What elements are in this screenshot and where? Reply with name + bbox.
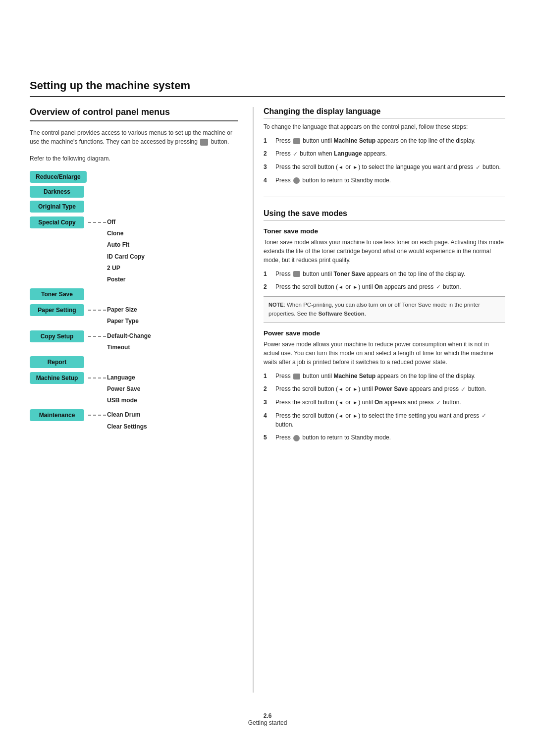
submenu-id-card-copy: ID Card Copy bbox=[107, 251, 145, 263]
menu-item-machine-setup: Machine Setup bbox=[30, 372, 84, 384]
menu-item-maintenance: Maintenance bbox=[30, 409, 84, 421]
submenu-clean-drum: Clean Drum bbox=[107, 409, 147, 421]
power-step-text-1: Press button until Machine Setup appears… bbox=[275, 372, 476, 380]
stop-icon-ps5 bbox=[293, 435, 300, 441]
section-save-modes: Using the save modes Toner save mode Ton… bbox=[264, 209, 505, 454]
power-step-text-4: Press the scroll button (◄ or ►) to sele… bbox=[275, 411, 505, 430]
page-number: 2.6 bbox=[264, 712, 272, 719]
power-step-2: 2 Press the scroll button (◄ or ►) until… bbox=[264, 384, 505, 394]
changing-language-steps: 1 Press button until Machine Setup appea… bbox=[264, 136, 505, 185]
power-step-4: 4 Press the scroll button (◄ or ►) to se… bbox=[264, 411, 505, 430]
menu-diagram: Reduce/Enlarge Darkness Original Type Sp… bbox=[30, 171, 238, 432]
power-step-num-1: 1 bbox=[264, 372, 271, 380]
power-step-num-4: 4 bbox=[264, 411, 271, 430]
note-label: Note bbox=[268, 302, 284, 308]
toner-step-text-2: Press the scroll button (◄ or ►) until O… bbox=[275, 282, 461, 292]
arrow-right-s3: ► bbox=[353, 163, 358, 171]
page: Setting up the machine system Overview o… bbox=[0, 0, 535, 756]
menu-row-darkness: Darkness bbox=[30, 186, 238, 199]
submenu-clear-settings: Clear Settings bbox=[107, 421, 147, 432]
menu-icon-s1 bbox=[293, 138, 300, 144]
submenu-connector-machine: Language Power Save USB mode bbox=[88, 372, 140, 407]
menu-item-darkness: Darkness bbox=[30, 186, 84, 198]
section-changing-language: Changing the display language To change … bbox=[264, 107, 505, 197]
check-icon-s2: ✓ bbox=[293, 150, 298, 159]
menu-row-reduce-enlarge: Reduce/Enlarge bbox=[30, 171, 238, 184]
submenu-usb-mode: USB mode bbox=[107, 395, 140, 406]
arrow-left-ps2: ◄ bbox=[338, 385, 343, 393]
toner-step-text-1: Press button until Toner Save appears on… bbox=[275, 270, 465, 278]
step-text-2: Press ✓ button when Language appears. bbox=[275, 149, 387, 159]
submenu-poster: Poster bbox=[107, 274, 145, 285]
step-num-1: 1 bbox=[264, 136, 271, 145]
submenu-connector-special-copy: Off Clone Auto Fit ID Card Copy 2 UP Pos… bbox=[88, 216, 145, 285]
power-step-num-5: 5 bbox=[264, 433, 271, 442]
dotted-line-paper bbox=[88, 310, 106, 311]
page-subtitle: Getting started bbox=[248, 719, 287, 726]
page-footer: 2.6 Getting started bbox=[30, 712, 505, 726]
menu-icon-ts1 bbox=[293, 271, 300, 277]
arrow-right-ts2: ► bbox=[353, 283, 358, 291]
menu-item-report: Report bbox=[30, 356, 84, 368]
step-text-4: Press button to return to Standby mode. bbox=[275, 176, 391, 185]
menu-item-reduce-enlarge: Reduce/Enlarge bbox=[30, 171, 87, 183]
submenu-default-change: Default-Change bbox=[107, 330, 151, 342]
arrow-left-ts2: ◄ bbox=[338, 283, 343, 291]
menu-button-icon bbox=[200, 139, 208, 146]
power-step-num-2: 2 bbox=[264, 384, 271, 394]
submenu-power-save: Power Save bbox=[107, 383, 140, 395]
submenu-connector-paper: Paper Size Paper Type bbox=[88, 304, 139, 327]
power-save-intro: Power save mode allows your machine to r… bbox=[264, 340, 505, 367]
power-step-3: 3 Press the scroll button (◄ or ►) until… bbox=[264, 398, 505, 407]
menu-row-machine-setup: Machine Setup Language Power Save USB mo… bbox=[30, 372, 238, 407]
submenu-timeout: Timeout bbox=[107, 342, 151, 353]
power-step-5: 5 Press button to return to Standby mode… bbox=[264, 433, 505, 442]
submenu-connector-maintenance: Clean Drum Clear Settings bbox=[88, 409, 147, 432]
subsection-toner-save: Toner save mode Toner save mode allows y… bbox=[264, 227, 505, 323]
save-modes-title: Using the save modes bbox=[264, 209, 505, 220]
left-column: Overview of control panel menus The cont… bbox=[30, 107, 238, 693]
main-title: Setting up the machine system bbox=[30, 79, 505, 97]
dotted-line-maintenance bbox=[88, 415, 106, 416]
menu-row-paper-setting: Paper Setting Paper Size Paper Type bbox=[30, 304, 238, 327]
arrow-left-s3: ◄ bbox=[338, 163, 343, 171]
arrow-left-ps4: ◄ bbox=[338, 412, 343, 420]
submenu-paper-type: Paper Type bbox=[107, 316, 139, 327]
submenu-paper-size: Paper Size bbox=[107, 304, 139, 316]
stop-icon-s4 bbox=[293, 177, 300, 184]
power-step-text-3: Press the scroll button (◄ or ►) until O… bbox=[275, 398, 461, 407]
submenu-items-special-copy: Off Clone Auto Fit ID Card Copy 2 UP Pos… bbox=[107, 216, 145, 285]
menu-row-special-copy: Special Copy Off Clone Auto Fit ID Card … bbox=[30, 216, 238, 285]
step-num-4: 4 bbox=[264, 176, 271, 185]
toner-save-subtitle: Toner save mode bbox=[264, 227, 505, 235]
check-icon-ts2: ✓ bbox=[436, 282, 441, 291]
dotted-line-machine bbox=[88, 378, 106, 378]
submenu-auto-fit: Auto Fit bbox=[107, 239, 145, 251]
arrow-right-ps2: ► bbox=[353, 385, 358, 393]
arrow-right-ps3: ► bbox=[353, 399, 358, 406]
dotted-line-copy bbox=[88, 336, 106, 337]
overview-section-title: Overview of control panel menus bbox=[30, 107, 238, 121]
power-save-subtitle: Power save mode bbox=[264, 329, 505, 337]
power-save-steps: 1 Press button until Machine Setup appea… bbox=[264, 372, 505, 442]
toner-step-num-2: 2 bbox=[264, 282, 271, 292]
right-column: Changing the display language To change … bbox=[253, 107, 505, 693]
menu-icon-ps1 bbox=[293, 374, 300, 379]
toner-save-note: Note: When PC-printing, you can also tur… bbox=[264, 296, 505, 323]
toner-step-2: 2 Press the scroll button (◄ or ►) until… bbox=[264, 282, 505, 292]
check-icon-s3: ✓ bbox=[476, 163, 481, 172]
check-icon-ps3: ✓ bbox=[436, 398, 441, 407]
step-1: 1 Press button until Machine Setup appea… bbox=[264, 136, 505, 145]
arrow-right-ps4: ► bbox=[353, 412, 358, 420]
menu-row-report: Report bbox=[30, 356, 238, 369]
check-icon-ps2: ✓ bbox=[461, 385, 466, 394]
menu-row-toner-save: Toner Save bbox=[30, 288, 238, 301]
submenu-language: Language bbox=[107, 372, 140, 383]
step-2: 2 Press ✓ button when Language appears. bbox=[264, 149, 505, 159]
overview-description-2: Refer to the following diagram. bbox=[30, 154, 238, 163]
menu-row-copy-setup: Copy Setup Default-Change Timeout bbox=[30, 330, 238, 353]
submenu-2up: 2 UP bbox=[107, 263, 145, 274]
menu-item-copy-setup: Copy Setup bbox=[30, 330, 84, 342]
subsection-power-save: Power save mode Power save mode allows y… bbox=[264, 329, 505, 442]
power-step-text-2: Press the scroll button (◄ or ►) until P… bbox=[275, 384, 486, 394]
